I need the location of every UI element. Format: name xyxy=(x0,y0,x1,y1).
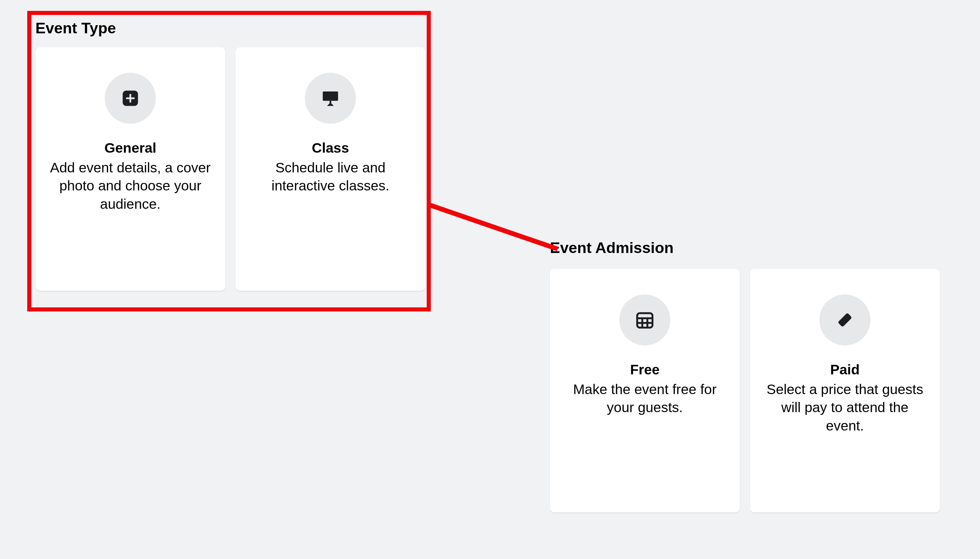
card-description: Select a price that guests will pay to a… xyxy=(750,380,940,435)
svg-marker-5 xyxy=(327,103,334,106)
card-description: Add event details, a cover photo and cho… xyxy=(35,159,225,213)
svg-rect-3 xyxy=(323,91,338,101)
svg-rect-11 xyxy=(838,313,852,327)
card-title: Class xyxy=(312,140,349,156)
calendar-icon xyxy=(619,294,670,346)
event-admission-card-paid[interactable]: Paid Select a price that guests will pay… xyxy=(750,269,940,513)
presentation-icon xyxy=(305,73,356,124)
card-title: Free xyxy=(630,362,660,378)
ticket-icon xyxy=(819,294,871,346)
event-type-heading: Event Type xyxy=(35,19,425,37)
event-admission-card-free[interactable]: Free Make the event free for your guests… xyxy=(550,269,740,513)
add-square-icon xyxy=(105,73,156,124)
card-title: General xyxy=(104,140,156,156)
card-description: Make the event free for your guests. xyxy=(550,380,740,417)
event-admission-heading: Event Admission xyxy=(550,239,940,257)
event-admission-section: Event Admission Free Make the event free… xyxy=(550,239,940,513)
annotation-connector-line xyxy=(428,202,559,251)
svg-rect-6 xyxy=(637,313,653,328)
event-admission-cards: Free Make the event free for your guests… xyxy=(550,269,940,513)
card-description: Schedule live and interactive classes. xyxy=(235,159,425,195)
svg-rect-2 xyxy=(126,98,135,99)
event-type-card-general[interactable]: General Add event details, a cover photo… xyxy=(35,47,225,291)
event-type-cards: General Add event details, a cover photo… xyxy=(35,47,425,291)
event-type-section: Event Type General Add event details, a … xyxy=(35,19,425,291)
card-title: Paid xyxy=(830,362,860,378)
event-type-card-class[interactable]: Class Schedule live and interactive clas… xyxy=(235,47,425,291)
